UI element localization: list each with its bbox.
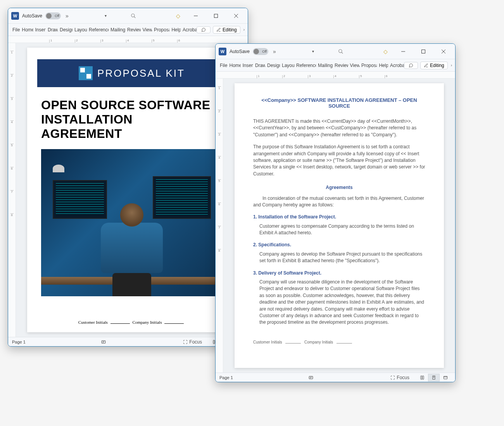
section-2-body: Company agrees to develop the Software P… — [253, 251, 425, 265]
quick-access-more-icon[interactable]: » — [271, 48, 278, 55]
ruler-horizontal[interactable]: 1 2 3 4 5 6 — [216, 72, 455, 79]
focus-button[interactable]: Focus — [389, 374, 411, 381]
word-window-agreement: W AutoSave Off » ▾ ◇ File Home Insert Dr… — [215, 43, 456, 382]
tab-view[interactable]: View — [348, 60, 359, 70]
svg-rect-15 — [422, 50, 425, 53]
section-2-heading: 2. Specifications. — [253, 242, 425, 248]
close-button[interactable] — [228, 10, 245, 22]
customer-initials-blank[interactable] — [110, 323, 130, 324]
web-layout-button[interactable] — [440, 374, 451, 381]
word-app-icon: W — [219, 48, 226, 55]
autosave-label: AutoSave — [22, 13, 42, 19]
comments-button[interactable] — [404, 62, 418, 69]
tab-home[interactable]: Home — [228, 60, 241, 70]
focus-button[interactable]: Focus — [181, 338, 204, 345]
page-indicator[interactable]: Page 1 — [219, 375, 233, 380]
word-window-cover: W AutoSave Off » ▾ ◇ File Home Insert Dr… — [8, 8, 248, 347]
tab-proposal[interactable]: Proposal — [152, 25, 170, 35]
tab-proposal[interactable]: Proposal — [359, 60, 377, 70]
customer-initials-blank[interactable] — [285, 343, 301, 344]
tab-design[interactable]: Design — [58, 25, 72, 35]
ruler-horizontal[interactable]: 1 2 3 4 5 6 — [8, 36, 248, 43]
proposal-kit-logo-icon — [79, 66, 93, 80]
svg-rect-6 — [102, 340, 105, 343]
tab-acrobat[interactable]: Acrobat — [181, 25, 197, 35]
tab-insert[interactable]: Insert — [241, 60, 254, 70]
agreements-heading: Agreements — [253, 184, 425, 191]
tab-help[interactable]: Help — [377, 60, 388, 70]
maximize-button[interactable] — [415, 45, 432, 58]
section-3-body: Company will use reasonable diligence in… — [253, 279, 425, 326]
tab-layout[interactable]: Layout — [72, 25, 87, 35]
editing-mode-button[interactable]: Editing — [213, 26, 240, 34]
svg-line-1 — [134, 16, 136, 18]
accessibility-icon[interactable] — [307, 374, 315, 381]
ribbon-tabs: File Home Insert Draw Design Layout Refe… — [216, 59, 455, 72]
read-mode-button[interactable] — [416, 374, 428, 381]
tab-review[interactable]: Review — [125, 25, 141, 35]
page-canvas[interactable]: PROPOSAL KIT OPEN SOURCE SOFTWARE INSTAL… — [16, 43, 248, 337]
intro-paragraph-1: THIS AGREEMENT is made this <<CurrentDay… — [253, 118, 425, 138]
tab-file[interactable]: File — [10, 25, 20, 35]
tab-file[interactable]: File — [218, 60, 228, 70]
document-page[interactable]: PROPOSAL KIT OPEN SOURCE SOFTWARE INSTAL… — [27, 48, 236, 332]
tab-acrobat[interactable]: Acrobat — [388, 60, 404, 70]
agreement-title: <<Company>> SOFTWARE INSTALLATION AGREEM… — [253, 97, 425, 109]
tab-mailings[interactable]: Mailings — [316, 60, 333, 70]
close-button[interactable] — [435, 45, 452, 58]
consideration-paragraph: In consideration of the mutual covenants… — [253, 195, 425, 209]
company-initials-blank[interactable] — [337, 343, 352, 344]
titlebar: W AutoSave Off » ▾ ◇ — [8, 8, 248, 24]
page-indicator[interactable]: Page 1 — [12, 340, 26, 344]
title-dropdown-icon[interactable]: ▾ — [310, 49, 316, 53]
titlebar: W AutoSave Off » ▾ ◇ — [216, 44, 455, 59]
word-app-icon: W — [11, 12, 19, 20]
ruler-vertical[interactable]: 1 2 3 4 5 6 7 8 — [216, 79, 223, 373]
comments-button[interactable] — [197, 26, 211, 33]
tab-draw[interactable]: Draw — [253, 60, 265, 70]
ribbon-overflow-icon[interactable]: › — [243, 27, 245, 32]
tab-layout[interactable]: Layout — [280, 60, 294, 70]
minimize-button[interactable] — [187, 10, 204, 22]
title-dropdown-icon[interactable]: ▾ — [102, 14, 109, 18]
editing-mode-button[interactable]: Editing — [420, 62, 448, 69]
svg-rect-22 — [444, 376, 447, 379]
search-icon[interactable] — [127, 12, 140, 20]
minimize-button[interactable] — [395, 45, 412, 58]
svg-line-13 — [342, 52, 343, 53]
premium-diamond-icon[interactable]: ◇ — [380, 47, 392, 56]
search-icon[interactable] — [334, 47, 347, 56]
maximize-button[interactable] — [207, 10, 224, 22]
statusbar: Page 1 Focus — [8, 337, 248, 346]
section-1-body: Customer agrees to compensate Company ac… — [253, 223, 425, 237]
tab-references[interactable]: References — [294, 60, 316, 70]
tab-references[interactable]: References — [87, 25, 109, 35]
autosave-toggle[interactable]: Off — [45, 12, 61, 19]
section-1-heading: 1. Installation of the Software Project. — [253, 214, 425, 220]
document-page[interactable]: <<Company>> SOFTWARE INSTALLATION AGREEM… — [235, 83, 444, 368]
tab-design[interactable]: Design — [265, 60, 280, 70]
accessibility-icon[interactable] — [99, 338, 108, 345]
ribbon-overflow-icon[interactable]: › — [450, 63, 453, 67]
svg-rect-18 — [309, 376, 312, 379]
autosave-label: AutoSave — [230, 49, 250, 54]
tab-review[interactable]: Review — [333, 60, 348, 70]
autosave-toggle[interactable]: Off — [253, 48, 268, 55]
tab-home[interactable]: Home — [20, 25, 33, 35]
ruler-vertical[interactable]: 1 2 3 4 5 6 7 8 — [8, 43, 16, 337]
content-area: 1 2 3 4 5 6 7 8 <<Company>> SOFTWARE INS… — [216, 79, 455, 373]
page-canvas[interactable]: <<Company>> SOFTWARE INSTALLATION AGREEM… — [223, 79, 455, 373]
section-3-heading: 3. Delivery of Software Project. — [253, 270, 425, 277]
brand-text: PROPOSAL KIT — [97, 67, 185, 79]
initials-line: Customer Initials Company Initials — [41, 320, 223, 325]
quick-access-more-icon[interactable]: » — [64, 13, 70, 19]
tab-insert[interactable]: Insert — [33, 25, 46, 35]
tab-help[interactable]: Help — [169, 25, 181, 35]
statusbar: Page 1 Focus — [216, 373, 455, 382]
tab-draw[interactable]: Draw — [46, 25, 58, 35]
tab-mailings[interactable]: Mailings — [109, 25, 125, 35]
print-layout-button[interactable] — [428, 374, 440, 381]
premium-diamond-icon[interactable]: ◇ — [172, 11, 184, 21]
tab-view[interactable]: View — [141, 25, 152, 35]
company-initials-blank[interactable] — [164, 323, 184, 324]
